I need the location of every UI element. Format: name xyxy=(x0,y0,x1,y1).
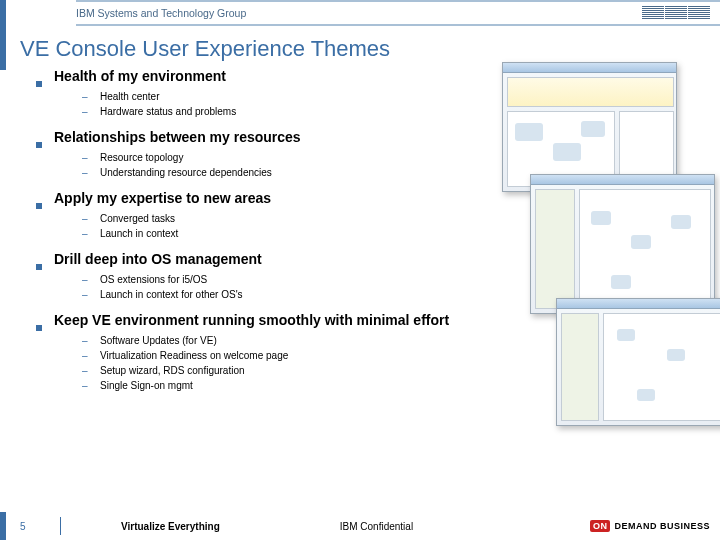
theme-item: Keep VE environment running smoothly wit… xyxy=(36,312,720,393)
bullet-icon xyxy=(36,142,42,148)
theme-sub: Understanding resource dependencies xyxy=(82,165,720,180)
bullet-icon xyxy=(36,81,42,87)
bullet-icon xyxy=(36,203,42,209)
theme-list: Health of my environment Health center H… xyxy=(36,68,720,393)
page-title: VE Console User Experience Themes xyxy=(0,26,720,70)
theme-sub: Launch in context for other OS's xyxy=(82,287,720,302)
logo-text: DEMAND BUSINESS xyxy=(614,521,710,531)
theme-heading: Apply my expertise to new areas xyxy=(54,190,271,206)
theme-sub: OS extensions for i5/OS xyxy=(82,272,720,287)
logo-on-badge: ON xyxy=(590,520,611,532)
theme-sub: Setup wizard, RDS configuration xyxy=(82,363,720,378)
page-number: 5 xyxy=(20,521,26,532)
theme-item: Drill deep into OS management OS extensi… xyxy=(36,251,720,302)
bullet-icon xyxy=(36,325,42,331)
theme-sub: Hardware status and problems xyxy=(82,104,720,119)
header-bar: IBM Systems and Technology Group xyxy=(0,0,720,26)
theme-heading: Keep VE environment running smoothly wit… xyxy=(54,312,449,328)
theme-item: Health of my environment Health center H… xyxy=(36,68,720,119)
bullet-icon xyxy=(36,264,42,270)
theme-sub: Launch in context xyxy=(82,226,720,241)
theme-sub: Health center xyxy=(82,89,720,104)
footer-confidential: IBM Confidential xyxy=(340,521,413,532)
theme-heading: Relationships between my resources xyxy=(54,129,301,145)
ibm-logo-icon xyxy=(642,6,710,20)
on-demand-business-logo: ON DEMAND BUSINESS xyxy=(590,520,710,532)
theme-sub: Software Updates (for VE) xyxy=(82,333,720,348)
theme-sub: Resource topology xyxy=(82,150,720,165)
theme-heading: Drill deep into OS management xyxy=(54,251,262,267)
footer-tagline: Virtualize Everything xyxy=(121,521,220,532)
theme-item: Apply my expertise to new areas Converge… xyxy=(36,190,720,241)
theme-item: Relationships between my resources Resou… xyxy=(36,129,720,180)
header-group-label: IBM Systems and Technology Group xyxy=(76,7,246,19)
footer-bar: 5 Virtualize Everything IBM Confidential… xyxy=(0,512,720,540)
divider-icon xyxy=(60,517,61,535)
theme-sub: Single Sign-on mgmt xyxy=(82,378,720,393)
content-area: Health of my environment Health center H… xyxy=(0,68,720,512)
theme-sub: Converged tasks xyxy=(82,211,720,226)
theme-sub: Virtualization Readiness on welcome page xyxy=(82,348,720,363)
theme-heading: Health of my environment xyxy=(54,68,226,84)
